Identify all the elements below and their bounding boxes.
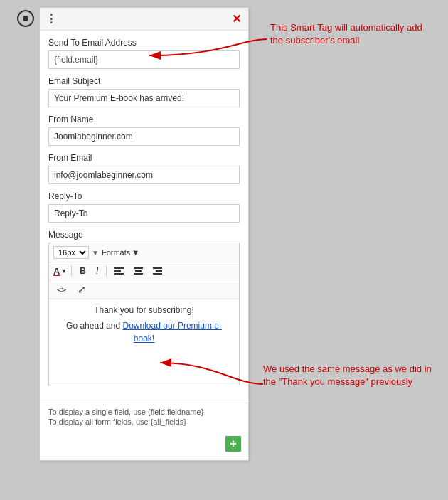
separator-1 [71,265,72,277]
editor-line1: Thank you for subscribing! [56,305,232,315]
font-color-button[interactable]: A [53,266,60,277]
panel-header: ⋮ ✕ [40,8,248,31]
align-center-button[interactable] [130,266,146,277]
panel-close-icon[interactable]: ✕ [230,13,242,26]
svg-rect-5 [134,273,143,275]
email-subject-label: Email Subject [48,76,240,86]
panel-header-icons: ⋮ [46,12,58,26]
from-name-field-group: From Name [48,115,240,146]
from-name-label: From Name [48,115,240,124]
send-to-label: Send To Email Address [48,38,240,48]
font-color-group: A ▼ [53,266,67,277]
code-button[interactable]: <> [53,284,70,296]
svg-rect-8 [153,273,162,275]
email-action-panel: ⋮ ✕ Send To Email Address Email Subject … [39,7,249,461]
italic-button[interactable]: I [92,265,102,277]
message-label: Message [48,230,240,240]
font-color-arrow[interactable]: ▼ [60,267,67,275]
editor-toolbar-formatting: A ▼ B I [49,262,239,280]
from-email-input[interactable] [48,166,240,184]
send-to-input[interactable] [48,50,240,69]
editor-toolbar-extra: <> ⤢ [49,280,239,299]
add-button[interactable]: + [225,436,241,452]
annotation-bottom: We used the same message as we did in th… [263,363,434,388]
panel-footer: To display a single field, use {field.fi… [40,403,248,432]
font-size-dropdown-arrow: ▼ [92,249,99,257]
align-right-button[interactable] [149,266,166,277]
reply-to-input[interactable] [48,204,240,223]
svg-rect-0 [114,267,124,269]
from-name-input[interactable] [48,127,240,146]
message-field-group: Message 16px 12px 14px 18px 24px ▼ [48,230,240,385]
hint-single-field: To display a single field, use {field.fi… [48,408,240,416]
formats-button[interactable]: Formats ▼ [102,248,139,257]
bold-button[interactable]: B [76,265,90,277]
left-circle-icon [17,10,34,27]
code-icon: <> [57,285,66,294]
editor-download-link[interactable]: Download our Premium e-book! [123,321,222,344]
annotation-top: This Smart Tag will automatically add th… [270,21,434,47]
hint-all-fields: To display all form fields, use {all_fie… [48,417,240,426]
svg-rect-1 [114,270,121,272]
editor-wrapper: 16px 12px 14px 18px 24px ▼ Formats ▼ [48,243,240,385]
svg-rect-3 [134,267,143,269]
editor-toolbar-top: 16px 12px 14px 18px 24px ▼ Formats ▼ [49,243,239,262]
svg-rect-7 [156,270,162,272]
from-email-label: From Email [48,153,240,163]
panel-menu-icon[interactable]: ⋮ [46,12,58,26]
from-email-field-group: From Email [48,153,240,184]
reply-to-field-group: Reply-To [48,191,240,223]
svg-rect-2 [114,273,124,275]
email-subject-field-group: Email Subject [48,76,240,107]
editor-line2-pre: Go ahead and [66,321,122,331]
svg-rect-4 [135,270,142,272]
email-subject-input[interactable] [48,89,240,107]
expand-icon: ⤢ [78,284,86,295]
formats-dropdown-arrow: ▼ [132,248,139,257]
separator-2 [106,265,107,277]
editor-line2: Go ahead and Download our Premium e-book… [56,319,232,345]
font-size-select[interactable]: 16px 12px 14px 18px 24px [53,246,89,259]
panel-body: Send To Email Address Email Subject From… [40,31,248,400]
svg-rect-6 [153,267,162,269]
reply-to-label: Reply-To [48,191,240,201]
send-to-field-group: Send To Email Address [48,38,240,69]
expand-button[interactable]: ⤢ [74,282,90,297]
panel-add-row: + [40,432,248,454]
align-left-button[interactable] [111,266,127,277]
editor-content[interactable]: Thank you for subscribing! Go ahead and … [49,299,239,385]
